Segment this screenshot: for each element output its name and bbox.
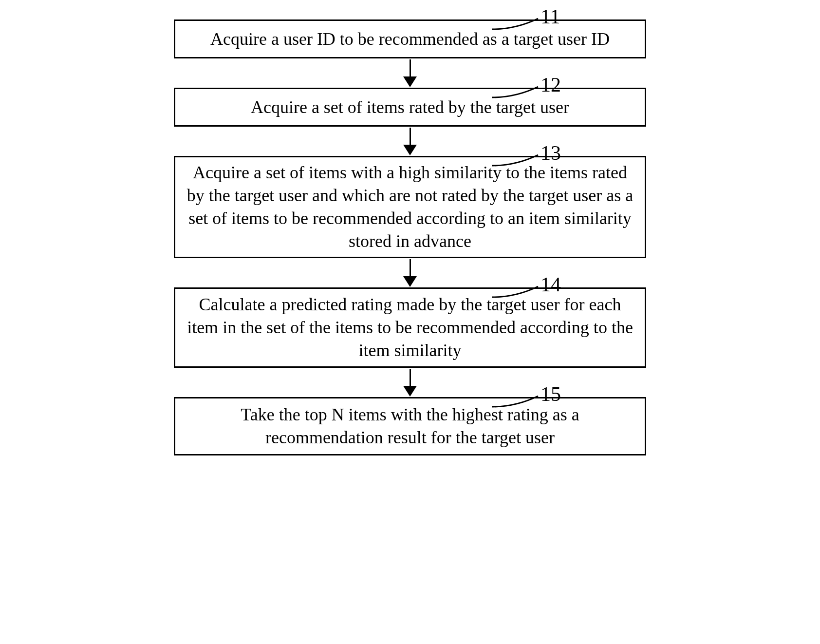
arrow-13-14 — [403, 258, 417, 287]
step-box-12: Acquire a set of items rated by the targ… — [174, 88, 646, 127]
leader-line-12 — [492, 85, 540, 100]
leader-line-11 — [492, 17, 540, 32]
step-text-11: Acquire a user ID to be recommended as a… — [210, 28, 610, 51]
step-label-14: 14 — [540, 273, 561, 296]
step-text-14: Calculate a predicted rating made by the… — [185, 293, 635, 361]
step-label-11: 11 — [540, 5, 560, 28]
leader-line-14 — [492, 285, 540, 300]
leader-line-13 — [492, 153, 540, 168]
step-label-13: 13 — [540, 141, 561, 165]
arrow-12-13 — [403, 127, 417, 156]
step-box-14: Calculate a predicted rating made by the… — [174, 287, 646, 368]
arrow-14-15 — [403, 368, 417, 397]
step-label-15: 15 — [540, 382, 561, 406]
step-text-13: Acquire a set of items with a high simil… — [185, 161, 635, 252]
leader-line-15 — [492, 395, 540, 409]
flowchart-container: Acquire a user ID to be recommended as a… — [167, 19, 653, 455]
step-label-12: 12 — [540, 73, 561, 96]
step-box-15: Take the top N items with the highest ra… — [174, 397, 646, 455]
arrow-11-12 — [403, 58, 417, 88]
step-box-11: Acquire a user ID to be recommended as a… — [174, 19, 646, 58]
step-text-15: Take the top N items with the highest ra… — [185, 403, 635, 449]
step-box-13: Acquire a set of items with a high simil… — [174, 156, 646, 258]
